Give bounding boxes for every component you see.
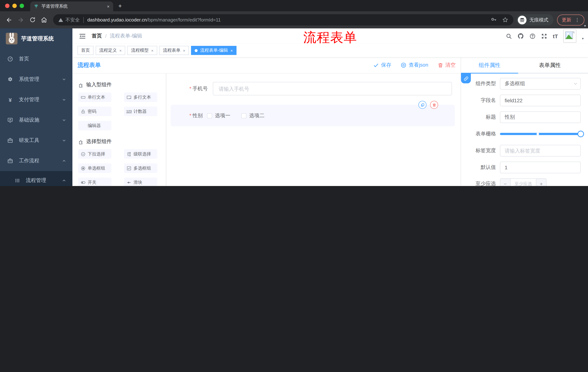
sidebar-item-devtools[interactable]: 研发工具: [0, 130, 73, 151]
component-chip-switch[interactable]: 开关: [78, 178, 111, 186]
component-chip-select[interactable]: 下拉选择: [78, 149, 111, 159]
help-icon[interactable]: [530, 33, 536, 39]
sidebar-item-home[interactable]: 首页: [0, 49, 73, 69]
sidebar-item-label: 研发工具: [19, 137, 39, 144]
component-type-select[interactable]: [500, 78, 581, 90]
section-select-components: 选择型组件: [78, 138, 166, 145]
component-chip-slider[interactable]: 滑块: [124, 178, 157, 186]
default-value-label: 默认值: [461, 164, 496, 171]
tag-process-form-edit[interactable]: 流程表单-编辑×: [191, 46, 237, 55]
component-chip-single-text[interactable]: 单行文本: [78, 93, 111, 102]
sidebar-item-infra[interactable]: 基础设施: [0, 110, 73, 130]
font-size-icon[interactable]: tT: [553, 33, 558, 39]
sidebar-item-label: 流程管理: [26, 177, 46, 184]
security-label[interactable]: 不安全: [65, 17, 80, 23]
component-chip-checkbox-group[interactable]: 多选框组: [124, 163, 157, 173]
sidebar-menu: 首页 系统管理 ¥ 支付管理: [0, 49, 73, 186]
chrome-caret-icon[interactable]: ▾: [584, 24, 586, 28]
maximize-window-button[interactable]: [20, 3, 24, 8]
tag-home[interactable]: 首页: [77, 46, 94, 55]
sidebar-item-workflow[interactable]: 工作流程: [0, 151, 73, 171]
browser-update-button[interactable]: 更新 ⋮: [557, 14, 584, 25]
view-json-button[interactable]: 查看json: [401, 62, 428, 68]
chevron-down-icon: [62, 98, 66, 102]
url-bar[interactable]: 不安全 dashboard.yudao.iocoder.cn/bpm/manag…: [53, 14, 514, 25]
component-chip-radio-group[interactable]: 单选框组: [78, 163, 111, 173]
min-select-stepper: − +: [500, 178, 546, 186]
workflow-submenu: 流程管理 流程表单 用户分组: [0, 171, 73, 186]
save-button[interactable]: 保存: [374, 62, 391, 68]
sidebar-item-process-mgmt[interactable]: 流程管理: [0, 171, 73, 186]
incognito-icon: [518, 15, 526, 24]
reload-icon[interactable]: [27, 14, 38, 25]
tab-component-props[interactable]: 组件属性: [461, 57, 518, 74]
slider-handle[interactable]: [578, 131, 584, 137]
avatar[interactable]: [563, 30, 577, 43]
close-icon[interactable]: ×: [231, 48, 233, 53]
minimize-window-button[interactable]: [12, 3, 17, 8]
canvas-field-phone[interactable]: *手机号: [166, 82, 461, 95]
component-chip-cascader[interactable]: 级联选择: [124, 149, 157, 159]
title-input[interactable]: [500, 111, 581, 123]
increase-button[interactable]: +: [536, 179, 546, 186]
close-icon[interactable]: ×: [119, 48, 122, 53]
tab-form-props[interactable]: 表单属性: [518, 57, 582, 74]
default-value-input[interactable]: [500, 162, 581, 173]
close-window-button[interactable]: [5, 3, 10, 8]
browser-tab[interactable]: 芋道管理系统 ×: [30, 1, 113, 11]
sidebar-logo[interactable]: 芋道管理系统: [0, 28, 73, 49]
delete-component-button[interactable]: [430, 101, 438, 109]
logo-avatar: [6, 33, 18, 44]
field-name-input[interactable]: [500, 95, 581, 106]
tag-process-form[interactable]: 流程表单×: [159, 46, 189, 55]
update-label[interactable]: 更新: [562, 17, 571, 23]
collapse-sidebar-icon[interactable]: [79, 32, 86, 40]
tab-title: 芋道管理系统: [42, 3, 104, 10]
component-chip-textarea[interactable]: 多行文本: [124, 93, 157, 102]
github-icon[interactable]: [518, 33, 524, 39]
avatar-caret-icon[interactable]: ▾: [582, 37, 584, 40]
search-icon[interactable]: [506, 33, 512, 39]
chevron-up-icon: [62, 159, 66, 163]
link-icon[interactable]: [461, 74, 471, 83]
browser-toolbar: 不安全 dashboard.yudao.iocoder.cn/bpm/manag…: [0, 11, 588, 28]
sidebar-item-system[interactable]: 系统管理: [0, 69, 73, 90]
monitor-icon: [7, 117, 13, 123]
incognito-label: 无痕模式: [529, 17, 548, 23]
components-panel: 输入型组件 单行文本 多行文本: [73, 74, 166, 186]
canvas-field-gender-selected[interactable]: *性别 选项一 选项二: [171, 105, 455, 126]
tag-process-model[interactable]: 流程模型×: [127, 46, 157, 55]
clear-button[interactable]: 清空: [438, 62, 456, 68]
checkbox-icon[interactable]: [207, 113, 212, 118]
component-chip-counter[interactable]: 123 计数器: [124, 107, 157, 116]
close-icon[interactable]: ×: [151, 48, 154, 53]
form-grid-slider[interactable]: [500, 128, 581, 140]
component-chip-password[interactable]: 密码: [78, 107, 111, 116]
label-width-input[interactable]: [500, 145, 581, 157]
decrease-button[interactable]: −: [500, 179, 511, 186]
bookmark-star-icon[interactable]: [502, 17, 508, 23]
tab-close-icon[interactable]: ×: [107, 4, 110, 9]
duplicate-component-button[interactable]: [419, 101, 426, 109]
back-icon[interactable]: [4, 14, 15, 25]
gender-checkbox-option2[interactable]: 选项二: [241, 112, 264, 119]
gender-field-label: *性别: [171, 112, 203, 119]
forward-icon[interactable]: [15, 14, 26, 25]
min-select-input[interactable]: [511, 179, 536, 186]
close-icon[interactable]: ×: [183, 48, 185, 53]
component-chip-editor[interactable]: 编辑器: [78, 121, 111, 130]
home-icon[interactable]: [39, 14, 50, 25]
phone-input[interactable]: [213, 82, 452, 95]
new-tab-button[interactable]: +: [118, 2, 122, 10]
sidebar-item-payment[interactable]: ¥ 支付管理: [0, 90, 73, 110]
window-controls: [0, 0, 30, 11]
sidebar-item-label: 工作流程: [19, 158, 39, 164]
fullscreen-icon[interactable]: [541, 33, 547, 39]
breadcrumb-home[interactable]: 首页: [92, 33, 102, 39]
browser-menu-icon[interactable]: ⋮: [575, 17, 580, 22]
password-key-icon[interactable]: [491, 17, 497, 23]
tag-process-definition[interactable]: 流程定义×: [96, 46, 125, 55]
gender-checkbox-option1[interactable]: 选项一: [207, 112, 230, 119]
checkbox-icon: [127, 166, 131, 170]
checkbox-icon[interactable]: [241, 113, 246, 118]
